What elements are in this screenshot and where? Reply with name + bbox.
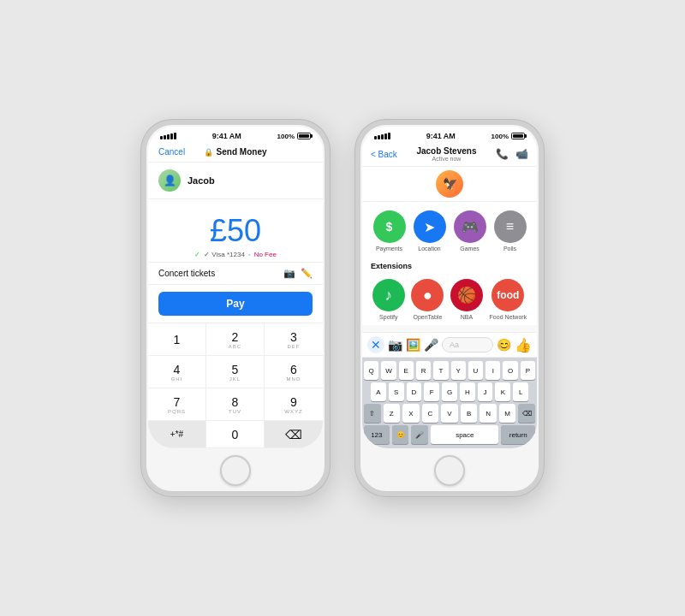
avatar-header-container: 🦅 [362, 167, 537, 202]
key-k[interactable]: K [495, 382, 510, 401]
key-shift[interactable]: ⇧ [364, 404, 381, 423]
food-network-label: Food Network [490, 314, 527, 320]
messenger-nav: < Back Jacob Stevens Active now 📞 📹 [362, 142, 537, 167]
amount-value: £50 [155, 213, 316, 249]
ext-opentable[interactable]: ● OpenTable [411, 279, 444, 320]
call-button[interactable]: 📞 [496, 148, 509, 160]
phone2-battery-icon [511, 133, 525, 139]
extensions-label: Extensions [362, 257, 537, 274]
no-fee: No Fee [254, 251, 277, 258]
emoji-compose-icon[interactable]: 😊 [497, 338, 511, 352]
lock-icon: 🔒 [204, 148, 213, 157]
key-i[interactable]: I [485, 361, 500, 380]
key-a[interactable]: A [371, 382, 386, 401]
key-y[interactable]: Y [451, 361, 466, 380]
key-p[interactable]: P [521, 361, 535, 380]
key-b[interactable]: B [461, 404, 478, 423]
key-7[interactable]: 7 PQRS [148, 388, 206, 421]
key-r[interactable]: R [416, 361, 431, 380]
key-1[interactable]: 1 [148, 323, 206, 356]
note-text: Concert tickets [158, 269, 215, 278]
battery-icon [297, 133, 311, 139]
key-v[interactable]: V [441, 404, 458, 423]
home-button[interactable] [220, 455, 251, 486]
games-icon: 🎮 [454, 210, 486, 243]
key-c[interactable]: C [422, 404, 439, 423]
key-m[interactable]: M [499, 404, 516, 423]
signal-icon [160, 133, 176, 139]
key-d[interactable]: D [407, 382, 422, 401]
phone1: 9:41 AM 100% Cancel 🔒 Send Money [141, 120, 330, 496]
key-o[interactable]: O [503, 361, 517, 380]
key-dictate[interactable]: 🎤 [411, 425, 428, 444]
camera-compose-icon[interactable]: 📷 [388, 338, 402, 352]
key-e[interactable]: E [399, 361, 414, 380]
key-h[interactable]: H [460, 382, 475, 401]
key-123[interactable]: 123 [364, 425, 390, 444]
phone2-home-button[interactable] [434, 455, 465, 486]
food-network-icon: food [491, 279, 524, 311]
key-sym[interactable]: +*# [148, 421, 206, 448]
key-4[interactable]: 4 GHI [148, 356, 206, 388]
note-icons: 📷 ✏️ [283, 268, 313, 279]
kb-row-4: 123 😊 🎤 space return [364, 425, 535, 444]
key-space[interactable]: space [431, 425, 498, 444]
pay-button[interactable]: Pay [158, 292, 313, 316]
app-location[interactable]: ➤ Location [414, 210, 446, 252]
contact-name: Jacob Stevens [416, 146, 476, 156]
key-j[interactable]: J [478, 382, 493, 401]
key-q[interactable]: Q [364, 361, 378, 380]
like-button[interactable]: 👍 [515, 337, 532, 353]
key-u[interactable]: U [468, 361, 483, 380]
contact-avatar: 🦅 [436, 170, 463, 198]
ext-food-network[interactable]: food Food Network [490, 279, 527, 320]
ext-nba[interactable]: 🏀 NBA [450, 279, 483, 320]
key-9[interactable]: 9 WXYZ [265, 388, 323, 421]
key-w[interactable]: W [381, 361, 396, 380]
key-l[interactable]: L [513, 382, 528, 401]
close-icon[interactable]: ✕ [367, 336, 384, 353]
phone2-status-bar: 9:41 AM 100% [362, 127, 537, 142]
contact-info: Jacob Stevens Active now [416, 146, 476, 162]
key-s[interactable]: S [389, 382, 404, 401]
app-payments[interactable]: $ Payments [373, 210, 406, 252]
key-3[interactable]: 3 DEF [265, 323, 323, 356]
extensions-panel: $ Payments ➤ Location 🎮 Games ≡ Polls [362, 202, 537, 332]
nav-title-text: Send Money [217, 147, 267, 157]
key-5[interactable]: 5 JKL [206, 356, 265, 388]
compose-input[interactable]: Aa [442, 337, 493, 352]
key-2[interactable]: 2 ABC [206, 323, 265, 356]
key-6[interactable]: 6 MNO [265, 356, 323, 388]
key-0[interactable]: 0 [206, 421, 265, 448]
camera-icon: 📷 [283, 268, 295, 279]
key-n[interactable]: N [480, 404, 497, 423]
key-emoji[interactable]: 😊 [392, 425, 409, 444]
ext-row: ♪ Spotify ● OpenTable 🏀 NBA food Food Ne… [362, 274, 537, 325]
avatar: 👤 [158, 169, 181, 192]
key-z[interactable]: Z [384, 404, 401, 423]
spotify-label: Spotify [379, 314, 397, 320]
ext-spotify[interactable]: ♪ Spotify [372, 279, 405, 320]
key-8[interactable]: 8 TUV [206, 388, 265, 421]
app-games[interactable]: 🎮 Games [454, 210, 486, 252]
phone1-status-bar: 9:41 AM 100% [148, 127, 323, 142]
key-x[interactable]: X [402, 404, 420, 423]
phone1-inner: 9:41 AM 100% Cancel 🔒 Send Money [148, 127, 323, 448]
key-return[interactable]: return [501, 425, 535, 444]
mic-compose-icon[interactable]: 🎤 [424, 338, 438, 352]
photo-compose-icon[interactable]: 🖼️ [406, 338, 420, 352]
back-button[interactable]: < Back [371, 150, 397, 159]
cancel-button[interactable]: Cancel [158, 147, 185, 157]
key-kb-backspace[interactable]: ⌫ [518, 404, 535, 423]
key-g[interactable]: G [442, 382, 457, 401]
video-button[interactable]: 📹 [515, 148, 528, 160]
spotify-icon: ♪ [372, 279, 405, 311]
key-t[interactable]: T [433, 361, 448, 380]
phone2-battery-label: 100% [491, 133, 509, 140]
app-polls[interactable]: ≡ Polls [494, 210, 527, 252]
msg-actions: 📞 📹 [496, 148, 528, 160]
kb-row-3: ⇧ Z X C V B N M ⌫ [364, 404, 535, 423]
polls-label: Polls [503, 246, 516, 252]
key-backspace[interactable]: ⌫ [265, 421, 323, 448]
key-f[interactable]: F [424, 382, 439, 401]
